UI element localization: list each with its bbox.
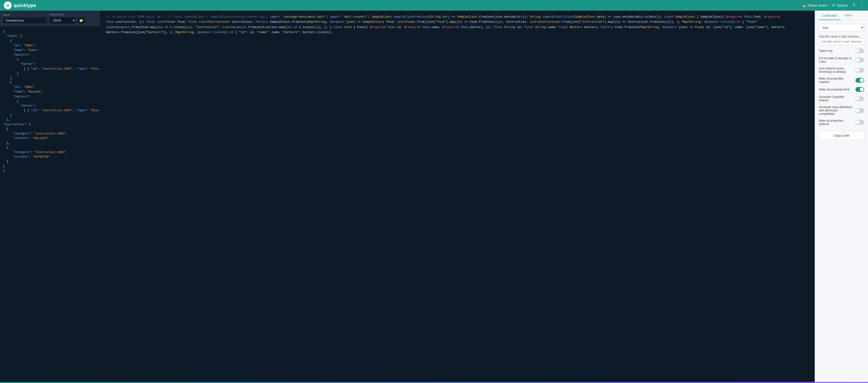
bottom-bar [0, 382, 868, 383]
option-row-encoder-decoder: Put encoder & decoder in Class [819, 57, 864, 63]
name-label: Name [3, 13, 46, 16]
option-row-freezed: Generate class definitions with @freezed… [819, 105, 864, 115]
tab-other[interactable]: Other [841, 11, 857, 20]
folder-button[interactable]: 📁 [78, 17, 85, 24]
help-button[interactable]: ? [852, 3, 855, 8]
language-select[interactable]: Dart TypeScript JavaScript Python Go Swi… [819, 24, 864, 31]
tab-language[interactable]: Language [819, 11, 841, 20]
option-label-types-only: Types only [819, 49, 854, 53]
toggle-make-required[interactable] [856, 78, 864, 83]
option-label-from-to-map: Use method names fromMap() & toMap() [819, 67, 854, 73]
directive-label: Use this name in 'part' directive [819, 35, 864, 38]
share-button[interactable]: 🔥 Please Share! [802, 4, 828, 7]
option-row-make-required: Make all properties required [819, 77, 864, 84]
toggle-freezed[interactable] [856, 108, 864, 113]
json-editor[interactable]: { "food": [ { "id": "0001", "name": "Cak… [0, 27, 100, 382]
fire-icon: 🔥 [802, 4, 806, 7]
language-select-row: Dart TypeScript JavaScript Python Go Swi… [819, 24, 864, 31]
toggle-from-to-map[interactable] [856, 68, 864, 73]
source-type-label: Source type [50, 13, 85, 16]
option-row-copy-with: Generate CopyWith method [819, 95, 864, 102]
toggle-copy-with[interactable] [856, 96, 864, 101]
eye-icon: 👁 [832, 4, 835, 7]
source-type-select[interactable]: JSON JSON Schema TypeScript [50, 17, 76, 24]
options-button[interactable]: 👁 Options [832, 4, 848, 7]
directive-section: Use this name in 'part' directive [819, 35, 864, 45]
main-layout: Name Source type JSON JSON Schema TypeSc… [0, 11, 868, 382]
code-panel[interactable]: // To parse this JSON data, do // // fin… [100, 11, 815, 382]
option-row-make-optional: Make all properties optional [819, 119, 864, 126]
source-type-group: JSON JSON Schema TypeScript 📁 [50, 17, 85, 24]
header: qt quicktype 🔥 Please Share! 👁 Options ?… [0, 0, 868, 11]
left-panel: Name Source type JSON JSON Schema TypeSc… [0, 11, 100, 382]
copy-code-button[interactable]: Copy Code [819, 131, 864, 140]
option-row-from-to-map: Use method names fromMap() & toMap() [819, 67, 864, 73]
toggle-make-optional[interactable] [856, 120, 864, 125]
option-row-types-only: Types only [819, 48, 864, 53]
tabs-row: Language Other [815, 11, 868, 20]
name-input[interactable] [3, 17, 46, 24]
logo-icon: qt [4, 1, 11, 9]
menu-button[interactable]: ⋮ [860, 3, 864, 8]
left-panel-header: Name Source type JSON JSON Schema TypeSc… [0, 11, 100, 27]
source-type-field-group: Source type JSON JSON Schema TypeScript … [50, 13, 85, 24]
option-label-make-final: Make all properties final [819, 88, 854, 91]
option-label-make-optional: Make all properties optional [819, 119, 854, 126]
option-label-copy-with: Generate CopyWith method [819, 95, 854, 102]
option-label-freezed: Generate class definitions with @freezed… [819, 105, 854, 115]
header-right: 🔥 Please Share! 👁 Options ? ⋮ [802, 3, 864, 8]
toggle-types-only[interactable] [856, 48, 864, 53]
toggle-encoder-decoder[interactable] [856, 58, 864, 62]
option-label-encoder-decoder: Put encoder & decoder in Class [819, 57, 854, 63]
logo-text: quicktype [13, 3, 36, 8]
option-label-make-required: Make all properties required [819, 77, 854, 84]
right-panel-body: Dart TypeScript JavaScript Python Go Swi… [815, 20, 868, 144]
directive-input[interactable] [819, 38, 864, 45]
right-panel: Language Other Dart TypeScript JavaScrip… [815, 11, 868, 382]
logo: qt quicktype [4, 1, 36, 9]
toggle-make-final[interactable] [856, 87, 864, 92]
option-row-make-final: Make all properties final [819, 87, 864, 92]
name-field-group: Name [3, 13, 46, 24]
